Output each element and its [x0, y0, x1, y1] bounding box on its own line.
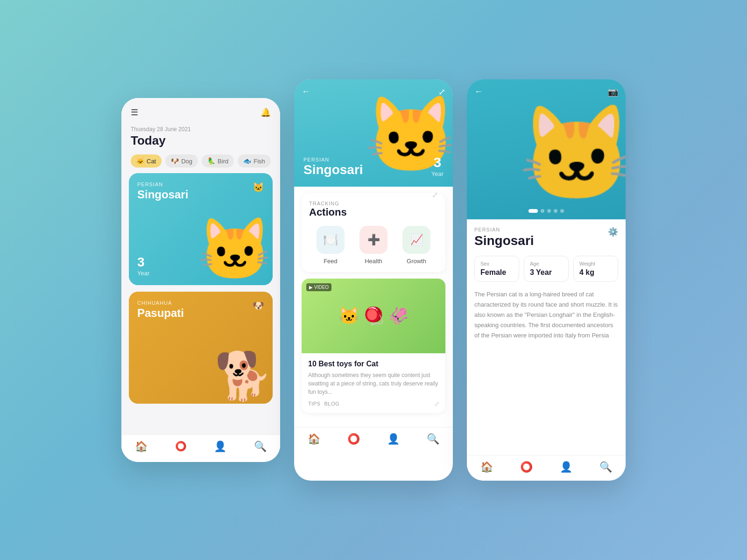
dog-breed: CHIHUAHUA — [137, 300, 264, 306]
phone2-content: TRACKING Actions ⤢ 🍽️ Feed ➕ — [294, 193, 453, 427]
bird-emoji: 🦜 — [207, 157, 215, 165]
age-value: 3 Year — [530, 268, 563, 277]
age-label: Age — [530, 261, 563, 266]
actions-row: 🍽️ Feed ➕ Health 📈 Growth — [309, 226, 438, 265]
weight-label: Weight — [579, 261, 612, 266]
toy1-icon: 🐱 — [338, 306, 359, 326]
bird-label: Bird — [218, 158, 228, 165]
feed-icon-box: 🍽️ — [317, 226, 345, 254]
age-stat: Age 3 Year — [524, 256, 569, 282]
persian-cat-card[interactable]: 🐱 PERSIAN Singosari 🐱 3 Year — [129, 173, 273, 285]
tracking-title: Actions — [309, 206, 347, 218]
phone3-back-icon[interactable]: ← — [474, 87, 483, 97]
phone3-hero: 🐱 ← 📷 — [467, 79, 626, 219]
phones-container: ☰ 🔔 Thuesday 28 June 2021 Today 🐱 Cat 🐶 … — [121, 79, 626, 481]
nav2-search-icon[interactable]: 🔍 — [427, 433, 439, 445]
phone3-scroll[interactable]: PERSIAN Singosari ⚙️ Sex Female Age 3 Ye… — [474, 227, 618, 455]
blog-content: 10 Best toys for Cat Although sometimes … — [302, 353, 445, 413]
feed-icon: 🍽️ — [323, 233, 338, 247]
blog-tag-tips: TIPS — [308, 401, 320, 406]
nav-home-icon[interactable]: 🏠 — [135, 441, 148, 453]
phone2: 🐱 ← ⤢ PERSIAN Singosari 3 Year TRACKING … — [294, 79, 453, 481]
phone2-expand-icon[interactable]: ⤢ — [438, 87, 445, 97]
phone1-date-section: Thuesday 28 June 2021 Today — [121, 122, 280, 148]
dog-emoji: 🐶 — [171, 157, 179, 165]
phone1-nav: 🏠 ⭕ 👤 🔍 — [121, 434, 280, 462]
cat-breed: PERSIAN — [137, 182, 264, 187]
phone2-breed: PERSIAN — [303, 157, 363, 162]
toy2-icon: 🪀 — [363, 306, 384, 326]
health-icon-box: ➕ — [359, 226, 388, 254]
phone2-back-icon[interactable]: ← — [302, 87, 310, 97]
video-badge: ▶ VIDEO — [306, 283, 331, 291]
phone3-content: PERSIAN Singosari ⚙️ Sex Female Age 3 Ye… — [467, 219, 626, 463]
phone3: 🐱 ← 📷 PERSIAN Singosari — [467, 79, 626, 481]
nav-profile-icon[interactable]: 👤 — [214, 441, 226, 453]
phone1-header: ☰ 🔔 — [121, 98, 280, 122]
filter-bird[interactable]: 🦜 Bird — [202, 154, 234, 168]
hamburger-icon[interactable]: ☰ — [131, 107, 138, 118]
phone1: ☰ 🔔 Thuesday 28 June 2021 Today 🐱 Cat 🐶 … — [121, 98, 280, 462]
sex-label: Sex — [480, 261, 513, 266]
today-title: Today — [131, 133, 271, 148]
blog-tags: TIPS BLOG — [308, 401, 439, 406]
camera-emoji: 📷 — [608, 87, 618, 97]
dot-3 — [547, 209, 551, 213]
phone1-scroll[interactable]: 🐱 PERSIAN Singosari 🐱 3 Year 🐕 — [121, 173, 280, 453]
nav3-search-icon[interactable]: 🔍 — [599, 461, 612, 473]
settings-icon[interactable]: ⚙️ — [608, 227, 618, 237]
cat-name: Singosari — [137, 188, 264, 201]
dot-2 — [541, 209, 544, 213]
phone3-breed: PERSIAN — [474, 227, 534, 232]
health-action[interactable]: ➕ Health — [359, 226, 388, 265]
cat-emoji: 🐱 — [136, 157, 144, 165]
phone3-pet-name: Singosari — [474, 233, 534, 248]
video-icon: ▶ — [309, 285, 313, 290]
fish-emoji: 🐟 — [243, 157, 251, 165]
dot-5 — [560, 209, 564, 213]
dog-card-content: CHIHUAHUA Pasupati 🐶 — [129, 292, 273, 404]
growth-icon-box: 📈 — [402, 226, 430, 254]
photo-dots — [529, 209, 564, 213]
filter-cat[interactable]: 🐱 Cat — [131, 154, 162, 168]
tracking-expand-icon[interactable]: ⤢ — [432, 190, 438, 199]
phone2-age: 3 Year — [431, 154, 444, 177]
phone2-hero-overlay: PERSIAN Singosari — [303, 157, 363, 177]
fish-label: Fish — [254, 158, 265, 165]
bell-icon[interactable]: 🔔 — [261, 107, 271, 118]
filter-dog[interactable]: 🐶 Dog — [165, 154, 198, 168]
nav2-collar-icon[interactable]: ⭕ — [347, 433, 360, 445]
chihuahua-card[interactable]: 🐕 CHIHUAHUA Pasupati 🐶 — [129, 292, 273, 404]
cat-card-content: PERSIAN Singosari 🐱 3 Year — [129, 173, 273, 285]
cat-age: 3 Year — [137, 255, 149, 277]
dot-4 — [554, 209, 557, 213]
blog-description: Although sometimes they seem quite conte… — [308, 371, 439, 396]
sex-stat: Sex Female — [474, 256, 519, 282]
nav3-home-icon[interactable]: 🏠 — [480, 461, 493, 473]
nav2-home-icon[interactable]: 🏠 — [308, 433, 320, 445]
nav3-collar-icon[interactable]: ⭕ — [520, 461, 533, 473]
health-icon: ➕ — [367, 234, 380, 246]
growth-action[interactable]: 📈 Growth — [402, 226, 430, 265]
weight-value: 4 kg — [579, 268, 612, 277]
phone3-nav: 🏠 ⭕ 👤 🔍 — [467, 455, 626, 481]
feed-label: Feed — [324, 258, 338, 265]
tracking-label: TRACKING — [309, 201, 347, 206]
dog-card-icon: 🐶 — [253, 300, 264, 311]
nav2-profile-icon[interactable]: 👤 — [387, 433, 400, 445]
blog-tag-blog: BLOG — [324, 401, 339, 406]
dog-label: Dog — [181, 158, 192, 165]
nav-collar-icon[interactable]: ⭕ — [175, 441, 187, 453]
feed-action[interactable]: 🍽️ Feed — [317, 226, 345, 265]
cat-label: Cat — [147, 158, 156, 165]
blog-card[interactable]: 🐱 🪀 🦑 ▶ VIDEO 10 Best toys for Cat Altho… — [302, 279, 445, 413]
nav-search-icon[interactable]: 🔍 — [254, 441, 267, 453]
filter-fish[interactable]: 🐟 Fish — [238, 154, 271, 168]
phone3-camera-icon[interactable]: 📷 — [608, 87, 618, 97]
blog-expand-icon[interactable]: ⤢ — [434, 400, 440, 407]
phone2-nav: 🏠 ⭕ 👤 🔍 — [294, 427, 453, 453]
toy3-icon: 🦑 — [388, 306, 409, 326]
filter-chips: 🐱 Cat 🐶 Dog 🦜 Bird 🐟 Fish — [121, 148, 280, 173]
nav3-profile-icon[interactable]: 👤 — [560, 461, 572, 473]
phone2-hero: 🐱 ← ⤢ PERSIAN Singosari 3 Year — [294, 79, 453, 187]
